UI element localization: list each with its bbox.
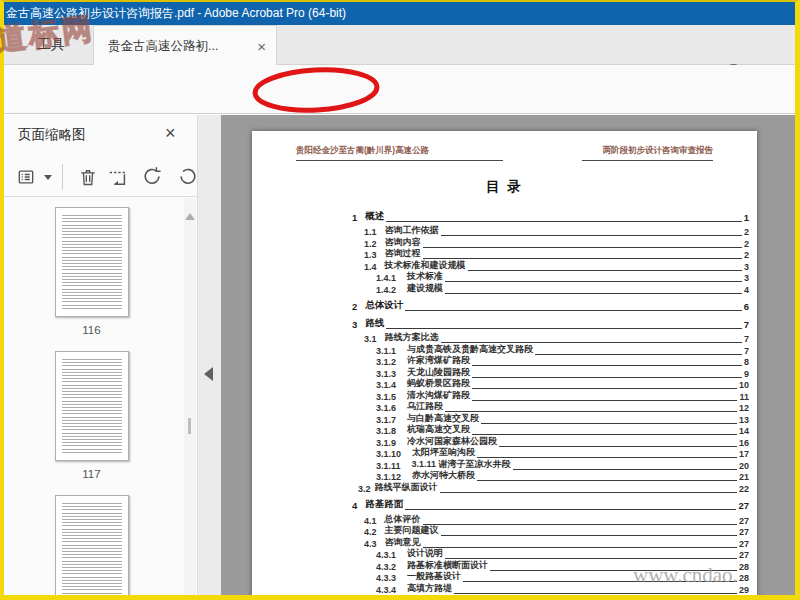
toc-leader-line xyxy=(472,377,742,378)
toc-leader-line xyxy=(423,258,742,259)
panel-toolbar xyxy=(0,157,197,197)
toc-leader-line xyxy=(445,293,742,294)
thumbnail-item xyxy=(55,495,129,600)
main-area: 页面缩略图 × 116117 xyxy=(0,115,800,600)
toc-leader-line xyxy=(463,581,737,582)
crop-pages-icon[interactable] xyxy=(106,165,130,189)
thumbnail-page-number: 117 xyxy=(55,468,129,480)
thumbnail-options-icon[interactable] xyxy=(14,165,38,189)
thumbnail-text-lines xyxy=(62,503,122,597)
toc-leader-line xyxy=(472,388,737,389)
thumbnail-page-preview[interactable] xyxy=(55,351,129,461)
toc-leader-line xyxy=(472,365,742,366)
toc-list: 1概述11.1咨询工作依据21.2咨询内容21.3咨询过程21.4技术标准和建设… xyxy=(352,205,749,595)
toc-entry: 3路线7 xyxy=(352,318,749,330)
tab-tools[interactable]: 工具 xyxy=(10,25,92,65)
page-thumbnails-panel: 页面缩略图 × 116117 xyxy=(0,115,197,600)
toc-entry: 4.3.4高填方路堤29 xyxy=(352,583,749,595)
toc-leader-line xyxy=(386,221,741,222)
toc-leader-line xyxy=(405,509,736,510)
scroll-up-icon[interactable] xyxy=(185,213,195,220)
toc-leader-line xyxy=(472,400,737,401)
toc-leader-line xyxy=(499,446,737,447)
main-toolbar: / 228 50% ••• xyxy=(0,65,800,114)
rotate-clockwise-icon[interactable] xyxy=(176,165,197,189)
panel-title: 页面缩略图 xyxy=(18,126,86,144)
delete-pages-icon[interactable] xyxy=(76,165,100,189)
scrollbar-thumb[interactable] xyxy=(188,418,191,434)
header-left-text: 贵阳经金沙至古蔺(黔川界)高速公路 xyxy=(296,145,503,161)
toc-leader-line xyxy=(445,558,737,559)
toc-leader-line xyxy=(445,411,737,412)
toc-title: 目 录 xyxy=(252,178,757,196)
tab-strip: 工具 贵金古高速公路初... × ? xyxy=(0,25,800,65)
options-caret-icon[interactable] xyxy=(44,175,52,180)
thumbnail-page-preview[interactable] xyxy=(55,495,129,600)
toc-leader-line xyxy=(386,328,741,329)
tab-document-label: 贵金古高速公路初... xyxy=(108,38,251,55)
toc-entry: 3.2路线平纵面设计22 xyxy=(352,482,749,494)
toc-leader-line xyxy=(468,270,742,271)
panel-header: 页面缩略图 × xyxy=(0,115,197,157)
thumbnail-item: 116 xyxy=(55,207,129,336)
toc-leader-line xyxy=(477,480,737,481)
toc-leader-line xyxy=(423,247,742,248)
toc-entry: 1.4.2建设规模4 xyxy=(352,283,749,295)
pdf-page: 贵阳经金沙至古蔺(黔川界)高速公路 两阶段初步设计咨询审查报告 目 录 1概述1… xyxy=(252,131,757,600)
panel-close-icon[interactable]: × xyxy=(165,123,176,144)
toc-entry: 4路基路面27 xyxy=(352,500,749,512)
toc-leader-line xyxy=(481,423,737,424)
header-right-text: 两阶段初步设计咨询审查报告 xyxy=(582,145,713,161)
thumbnail-list-inner: 116117 xyxy=(0,207,197,600)
thumbnail-page-number: 116 xyxy=(55,324,129,336)
thumbnail-list: 116117 xyxy=(0,198,197,600)
toc-leader-line xyxy=(472,434,737,435)
toc-entry: 1概述1 xyxy=(352,211,749,223)
tab-document[interactable]: 贵金古高速公路初... × xyxy=(93,25,277,66)
toc-leader-line xyxy=(513,469,737,470)
toc-leader-line xyxy=(445,281,742,282)
thumbnail-item: 117 xyxy=(55,351,129,480)
window-title: 金古高速公路初步设计咨询报告.pdf - Adobe Acrobat Pro (… xyxy=(6,5,346,22)
panel-splitter[interactable] xyxy=(197,115,221,600)
toolbar-divider xyxy=(62,164,63,190)
toc-leader-line xyxy=(535,354,742,355)
window-titlebar[interactable]: 金古高速公路初步设计咨询报告.pdf - Adobe Acrobat Pro (… xyxy=(0,0,800,25)
thumbnail-text-lines xyxy=(62,359,122,453)
toc-leader-line xyxy=(441,535,737,536)
thumbnail-page-preview[interactable] xyxy=(55,207,129,317)
document-canvas[interactable]: 贵阳经金沙至古蔺(黔川界)高速公路 两阶段初步设计咨询审查报告 目 录 1概述1… xyxy=(221,115,800,600)
toc-entry: 2总体设计6 xyxy=(352,301,749,313)
page-running-header: 贵阳经金沙至古蔺(黔川界)高速公路 两阶段初步设计咨询审查报告 xyxy=(252,145,757,161)
toc-leader-line xyxy=(423,547,737,548)
collapse-panel-icon[interactable] xyxy=(204,367,213,381)
toc-leader-line xyxy=(477,457,737,458)
toc-leader-line xyxy=(405,310,741,311)
toc-leader-line xyxy=(441,235,742,236)
panel-scrollbar[interactable] xyxy=(184,198,196,600)
toc-leader-line xyxy=(440,492,737,493)
toc-leader-line xyxy=(423,524,737,525)
tab-close-icon[interactable]: × xyxy=(257,39,266,54)
toc-leader-line xyxy=(490,570,737,571)
toc-leader-line xyxy=(454,593,737,594)
thumbnail-text-lines xyxy=(62,215,122,309)
rotate-counterclockwise-icon[interactable] xyxy=(140,165,164,189)
